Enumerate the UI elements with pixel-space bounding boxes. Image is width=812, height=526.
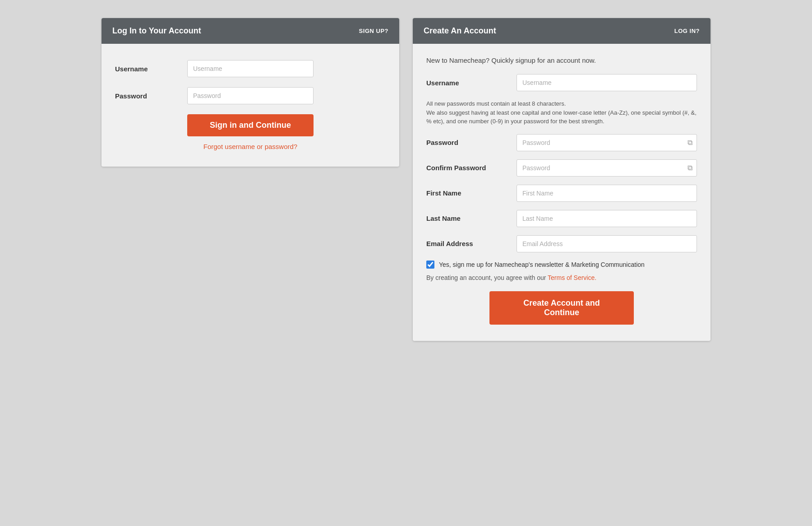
login-title: Log In to Your Account	[112, 26, 201, 36]
signup-username-row: Username	[426, 74, 697, 91]
signup-email-row: Email Address	[426, 235, 697, 252]
signup-link[interactable]: SIGN UP?	[359, 28, 388, 34]
signin-button[interactable]: Sign in and Continue	[187, 114, 314, 136]
signup-password-row: Password ⧉	[426, 134, 697, 151]
signup-intro: New to Namecheap? Quickly signup for an …	[426, 56, 697, 64]
signup-panel: Create An Account LOG IN? New to Nameche…	[413, 18, 710, 341]
signup-last-name-row: Last Name	[426, 210, 697, 227]
signup-panel-header: Create An Account LOG IN?	[413, 18, 710, 44]
password-hint: All new passwords must contain at least …	[426, 99, 697, 126]
password-label: Password	[115, 92, 187, 100]
login-link[interactable]: LOG IN?	[674, 28, 700, 34]
password-input[interactable]	[187, 87, 314, 104]
login-panel-header: Log In to Your Account SIGN UP?	[102, 18, 399, 44]
username-row: Username	[115, 60, 386, 77]
signup-last-name-input[interactable]	[517, 210, 697, 227]
username-label: Username	[115, 65, 187, 73]
tos-link[interactable]: Terms of Service.	[548, 274, 596, 281]
login-panel-body: Username Password Sign in and Continue F…	[102, 44, 399, 167]
signup-confirm-password-label: Confirm Password	[426, 164, 517, 172]
signup-confirm-password-wrapper: ⧉	[517, 159, 697, 177]
signup-confirm-password-input[interactable]	[517, 159, 697, 177]
create-account-button[interactable]: Create Account and Continue	[489, 291, 634, 325]
confirm-password-toggle-icon[interactable]: ⧉	[687, 164, 692, 172]
signup-email-label: Email Address	[426, 240, 517, 247]
login-panel: Log In to Your Account SIGN UP? Username…	[102, 18, 399, 167]
signup-password-wrapper: ⧉	[517, 134, 697, 151]
signup-first-name-label: First Name	[426, 189, 517, 197]
password-row: Password	[115, 87, 386, 104]
signup-title: Create An Account	[424, 26, 496, 36]
newsletter-label[interactable]: Yes, sign me up for Namecheap's newslett…	[439, 261, 645, 268]
create-btn-row: Create Account and Continue	[426, 291, 697, 325]
tos-text: By creating an account, you agree with o…	[426, 274, 697, 281]
signup-username-input[interactable]	[517, 74, 697, 91]
signup-confirm-password-row: Confirm Password ⧉	[426, 159, 697, 177]
tos-prefix: By creating an account, you agree with o…	[426, 274, 548, 281]
signup-password-input[interactable]	[517, 134, 697, 151]
username-input[interactable]	[187, 60, 314, 77]
signup-password-label: Password	[426, 139, 517, 146]
forgot-link[interactable]: Forgot username or password?	[203, 143, 297, 150]
signup-last-name-label: Last Name	[426, 214, 517, 222]
password-toggle-icon[interactable]: ⧉	[687, 139, 692, 147]
signin-btn-row: Sign in and Continue Forgot username or …	[115, 114, 386, 150]
newsletter-checkbox-row: Yes, sign me up for Namecheap's newslett…	[426, 261, 697, 269]
newsletter-checkbox[interactable]	[426, 261, 434, 269]
signup-first-name-row: First Name	[426, 185, 697, 202]
signup-email-input[interactable]	[517, 235, 697, 252]
signup-username-label: Username	[426, 79, 517, 87]
signup-first-name-input[interactable]	[517, 185, 697, 202]
signup-panel-body: New to Namecheap? Quickly signup for an …	[413, 44, 710, 341]
